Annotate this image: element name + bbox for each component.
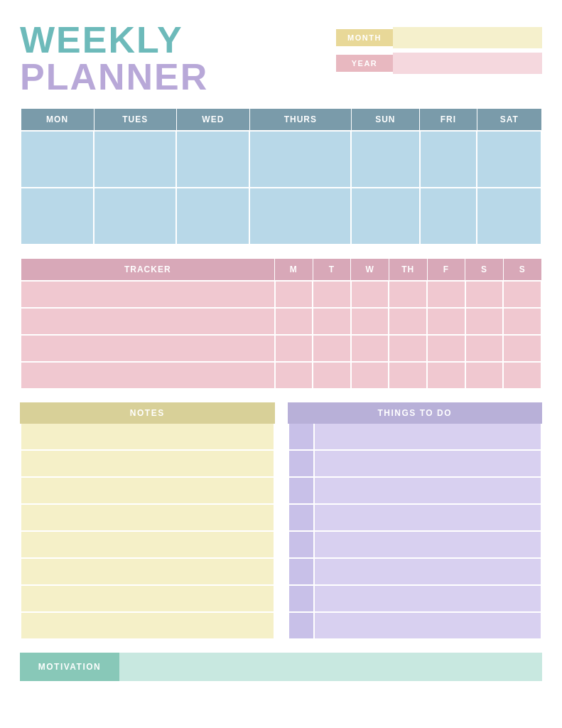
tracker-day-t: T <box>313 259 351 282</box>
tracker-3-f[interactable] <box>427 335 465 362</box>
title-weekly: WEEKLY <box>20 21 208 58</box>
tracker-4-f[interactable] <box>427 362 465 389</box>
tracker-4-s1[interactable] <box>465 362 504 389</box>
todo-text-5[interactable] <box>315 532 541 557</box>
tracker-name-2[interactable] <box>21 308 275 335</box>
tracker-day-s2: S <box>503 259 541 282</box>
tracker-4-s2[interactable] <box>503 362 541 389</box>
cell-mon-1[interactable] <box>21 131 94 188</box>
notes-row-4[interactable] <box>20 505 275 532</box>
tracker-1-f[interactable] <box>427 281 465 308</box>
todo-text-2[interactable] <box>315 451 541 476</box>
tracker-2-m[interactable] <box>275 308 313 335</box>
todo-checkbox-3[interactable] <box>289 478 315 503</box>
todo-text-8[interactable] <box>315 613 541 638</box>
tracker-4-th[interactable] <box>389 362 427 389</box>
tracker-3-th[interactable] <box>389 335 427 362</box>
cell-fri-2[interactable] <box>420 188 477 245</box>
todo-row-2 <box>288 451 543 478</box>
todo-text-3[interactable] <box>315 478 541 503</box>
todo-row-4 <box>288 505 543 532</box>
todo-row-8 <box>288 613 543 640</box>
month-row: MONTH <box>336 27 542 48</box>
motivation-content[interactable] <box>119 653 542 681</box>
tracker-1-s2[interactable] <box>503 281 541 308</box>
cell-sun-1[interactable] <box>351 131 419 188</box>
tracker-name-3[interactable] <box>21 335 275 362</box>
notes-row-8[interactable] <box>20 613 275 640</box>
cell-sat-1[interactable] <box>477 131 541 188</box>
tracker-row-1 <box>21 281 541 308</box>
tracker-2-f[interactable] <box>427 308 465 335</box>
notes-row-3[interactable] <box>20 478 275 505</box>
planner-page: WEEKLY PLANNER MONTH YEAR MON TUES WED T… <box>0 0 562 728</box>
tracker-day-s1: S <box>465 259 504 282</box>
tracker-1-w[interactable] <box>351 281 389 308</box>
tracker-2-th[interactable] <box>389 308 427 335</box>
tracker-row-2 <box>21 308 541 335</box>
todo-checkbox-1[interactable] <box>289 424 315 449</box>
tracker-2-t[interactable] <box>313 308 351 335</box>
todo-text-6[interactable] <box>315 559 541 584</box>
tracker-row-3 <box>21 335 541 362</box>
todo-checkbox-2[interactable] <box>289 451 315 476</box>
header: WEEKLY PLANNER MONTH YEAR <box>20 21 542 95</box>
todo-checkbox-6[interactable] <box>289 559 315 584</box>
cell-wed-1[interactable] <box>176 131 249 188</box>
todo-text-4[interactable] <box>315 505 541 530</box>
notes-row-6[interactable] <box>20 559 275 586</box>
tracker-name-4[interactable] <box>21 362 275 389</box>
schedule-row-1 <box>21 131 541 188</box>
cell-sun-2[interactable] <box>351 188 419 245</box>
day-header-tues: TUES <box>94 109 176 132</box>
tracker-1-th[interactable] <box>389 281 427 308</box>
tracker-name-1[interactable] <box>21 281 275 308</box>
cell-fri-1[interactable] <box>420 131 477 188</box>
todo-checkbox-5[interactable] <box>289 532 315 557</box>
tracker-3-t[interactable] <box>313 335 351 362</box>
day-header-mon: MON <box>21 109 94 132</box>
cell-tues-2[interactable] <box>94 188 176 245</box>
tracker-1-t[interactable] <box>313 281 351 308</box>
tracker-3-s2[interactable] <box>503 335 541 362</box>
todo-row-3 <box>288 478 543 505</box>
tracker-3-w[interactable] <box>351 335 389 362</box>
tracker-1-s1[interactable] <box>465 281 504 308</box>
cell-tues-1[interactable] <box>94 131 176 188</box>
month-value[interactable] <box>393 27 542 48</box>
day-header-sat: SAT <box>477 109 541 132</box>
cell-thurs-2[interactable] <box>249 188 351 245</box>
todo-checkbox-7[interactable] <box>289 586 315 611</box>
tracker-2-s2[interactable] <box>503 308 541 335</box>
tracker-4-m[interactable] <box>275 362 313 389</box>
tracker-3-m[interactable] <box>275 335 313 362</box>
tracker-day-f: F <box>427 259 465 282</box>
tracker-1-m[interactable] <box>275 281 313 308</box>
tracker-2-w[interactable] <box>351 308 389 335</box>
notes-row-1[interactable] <box>20 424 275 451</box>
day-header-sun: SUN <box>351 109 419 132</box>
cell-mon-2[interactable] <box>21 188 94 245</box>
notes-header: NOTES <box>20 402 275 424</box>
tracker-4-w[interactable] <box>351 362 389 389</box>
todo-row-6 <box>288 559 543 586</box>
todo-text-7[interactable] <box>315 586 541 611</box>
motivation-label: MOTIVATION <box>20 653 119 681</box>
tracker-day-w: W <box>351 259 389 282</box>
year-label: YEAR <box>336 55 393 72</box>
tracker-2-s1[interactable] <box>465 308 504 335</box>
cell-wed-2[interactable] <box>176 188 249 245</box>
todo-row-7 <box>288 586 543 613</box>
year-value[interactable] <box>393 53 542 74</box>
todo-checkbox-8[interactable] <box>289 613 315 638</box>
day-header-wed: WED <box>176 109 249 132</box>
tracker-3-s1[interactable] <box>465 335 504 362</box>
notes-row-5[interactable] <box>20 532 275 559</box>
notes-row-2[interactable] <box>20 451 275 478</box>
cell-thurs-1[interactable] <box>249 131 351 188</box>
todo-text-1[interactable] <box>315 424 541 449</box>
todo-checkbox-4[interactable] <box>289 505 315 530</box>
notes-row-7[interactable] <box>20 586 275 613</box>
cell-sat-2[interactable] <box>477 188 541 245</box>
tracker-4-t[interactable] <box>313 362 351 389</box>
